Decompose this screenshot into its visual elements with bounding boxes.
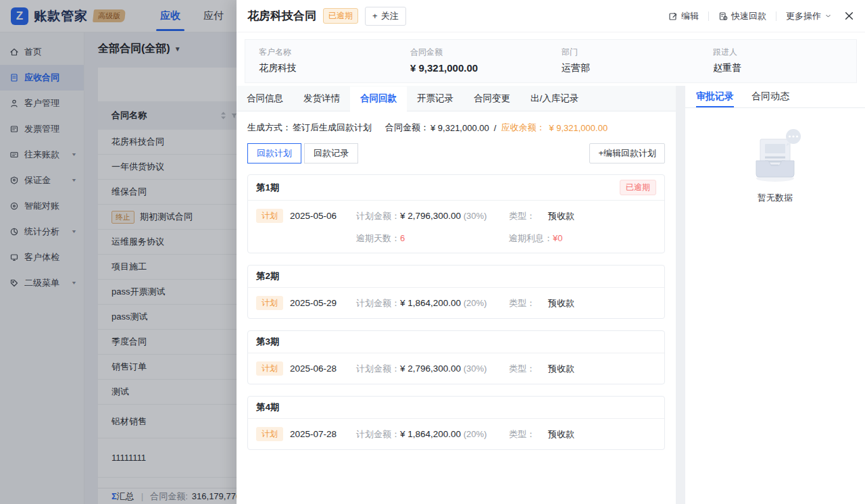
follow-button[interactable]: + 关注 (365, 7, 406, 26)
period-type: 类型：预收款 (509, 297, 656, 309)
period-card-4: 第4期 计划 2025-07-28 计划金额：¥ 1,864,200.00 (2… (247, 396, 665, 450)
close-icon (844, 11, 854, 21)
follow-person: 赵重普 (713, 62, 854, 74)
tab-contract-payment[interactable]: 合同回款 (350, 86, 407, 111)
plan-toggle-row: 回款计划 回款记录 +编辑回款计划 (247, 143, 665, 163)
period-title: 第2期 (256, 270, 280, 282)
drawer-side-pane: 审批记录 合同动态 暂无数据 (685, 86, 865, 504)
period-card-3: 第3期 计划 2025-06-28 计划金额：¥ 2,796,300.00 (3… (247, 330, 665, 384)
detail-tabs: 合同信息 发货详情 合同回款 开票记录 合同变更 出/入库记录 (237, 86, 676, 111)
tab-contract-info[interactable]: 合同信息 (237, 86, 293, 111)
empty-state-text: 暂无数据 (758, 192, 793, 204)
contract-detail-drawer: 花房科技合同 已逾期 + 关注 编辑 快速回款 更多操作 (237, 0, 865, 504)
quick-collect-icon (718, 11, 728, 21)
period-overdue-badge: 已逾期 (620, 180, 656, 195)
period-title: 第3期 (256, 336, 280, 348)
drawer-main-pane: 合同信息 发货详情 合同回款 开票记录 合同变更 出/入库记录 生成方式： 签订… (237, 86, 676, 504)
period-amount: 计划金额：¥ 1,864,200.00 (20%) (356, 428, 509, 440)
customer-name: 花房科技 (259, 62, 399, 74)
period-card-2: 第2期 计划 2025-05-29 计划金额：¥ 1,864,200.00 (2… (247, 265, 665, 319)
edit-button[interactable]: 编辑 (668, 10, 699, 22)
info-label: 跟进人 (713, 47, 854, 58)
payment-tab-content: 生成方式： 签订后生成回款计划 合同金额： ¥ 9,321,000.00 / 应… (237, 111, 676, 504)
plan-badge: 计划 (256, 361, 283, 376)
period-date: 2025-05-06 (290, 211, 356, 221)
period-date: 2025-07-28 (290, 429, 356, 439)
toggle-payment-records[interactable]: 回款记录 (304, 143, 358, 163)
drawer-actions: 编辑 快速回款 更多操作 (668, 10, 854, 22)
edit-icon (668, 11, 678, 21)
empty-inbox-icon (740, 127, 810, 185)
plan-badge: 计划 (256, 209, 283, 223)
receivable-balance: ¥ 9,321,000.00 (549, 123, 608, 133)
side-tabs: 审批记录 合同动态 (685, 86, 865, 108)
info-label: 客户名称 (259, 47, 399, 58)
period-amount: 计划金额：¥ 2,796,300.00 (30%) (356, 363, 509, 375)
info-label: 合同金额 (410, 47, 551, 58)
generation-info-row: 生成方式： 签订后生成回款计划 合同金额： ¥ 9,321,000.00 / 应… (247, 122, 665, 134)
period-amount: 计划金额：¥ 2,796,300.00 (30%) (356, 210, 509, 222)
chevron-down-icon (824, 12, 832, 20)
plan-badge: 计划 (256, 296, 283, 310)
period-date: 2025-05-29 (290, 298, 356, 308)
tab-contract-activity[interactable]: 合同动态 (751, 86, 789, 107)
department: 运营部 (562, 62, 702, 74)
divider (708, 11, 709, 21)
drawer-header: 花房科技合同 已逾期 + 关注 编辑 快速回款 更多操作 (237, 0, 865, 32)
period-type: 类型：预收款 (509, 210, 656, 222)
drawer-title: 花房科技合同 (247, 8, 316, 24)
period-title: 第1期 (256, 182, 280, 194)
generation-mode: 签订后生成回款计划 (293, 122, 372, 134)
period-date: 2025-06-28 (290, 363, 356, 374)
tab-approval-records[interactable]: 审批记录 (696, 86, 734, 107)
overdue-days: 逾期天数：6 (356, 232, 509, 245)
period-card-1: 第1期 已逾期 计划 2025-05-06 计划金额：¥ 2,796,300.0… (247, 174, 665, 253)
empty-state: 暂无数据 (685, 127, 865, 204)
payment-contract-amount: ¥ 9,321,000.00 (430, 123, 489, 133)
screen: Z 账款管家 高级版 应收 应付 核算 首页 应收合同 客户管理 发票管理 (0, 0, 865, 504)
period-title: 第4期 (256, 401, 280, 413)
overdue-interest: 逾期利息：¥0 (509, 232, 656, 245)
toggle-payment-plan[interactable]: 回款计划 (247, 143, 301, 163)
scrollbar-gutter[interactable] (676, 86, 685, 504)
divider (776, 11, 776, 21)
quick-collect-button[interactable]: 快速回款 (718, 10, 766, 22)
contract-info-strip: 客户名称花房科技 合同金额¥ 9,321,000.00 部门运营部 跟进人赵重普 (245, 39, 857, 83)
tab-invoice-records[interactable]: 开票记录 (407, 86, 464, 111)
period-amount: 计划金额：¥ 1,864,200.00 (20%) (356, 297, 509, 309)
edit-plan-button[interactable]: +编辑回款计划 (589, 143, 665, 163)
info-label: 部门 (562, 47, 702, 58)
contract-amount: ¥ 9,321,000.00 (410, 62, 551, 74)
plus-icon: + (372, 11, 378, 21)
status-badge-overdue: 已逾期 (323, 8, 358, 24)
period-type: 类型：预收款 (509, 428, 656, 440)
period-type: 类型：预收款 (509, 363, 656, 375)
tab-contract-changes[interactable]: 合同变更 (464, 86, 520, 111)
tab-shipping-detail[interactable]: 发货详情 (293, 86, 350, 111)
plan-badge: 计划 (256, 427, 283, 441)
close-button[interactable] (844, 11, 854, 21)
more-actions-button[interactable]: 更多操作 (786, 10, 832, 22)
tab-inout-records[interactable]: 出/入库记录 (520, 86, 589, 111)
